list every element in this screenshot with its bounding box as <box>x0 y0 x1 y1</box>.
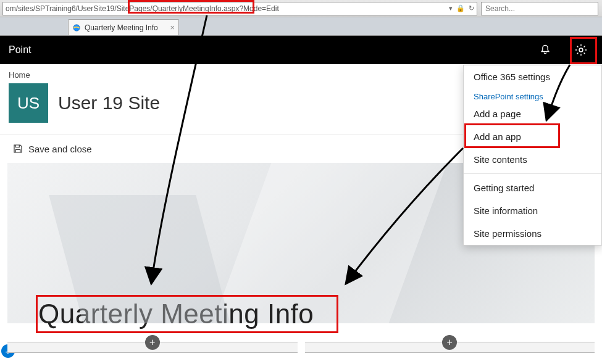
menu-header-sharepoint-settings[interactable]: SharePoint settings <box>464 88 601 102</box>
menu-item-site-permissions[interactable]: Site permissions <box>464 222 601 245</box>
address-bar-wrap: om/sites/SPTraining6/UserSite19/SitePage… <box>0 2 477 15</box>
page-title-area[interactable]: Quarterly Meeting Info <box>38 299 314 329</box>
svg-point-2 <box>579 48 583 52</box>
settings-button[interactable] <box>569 38 593 62</box>
suite-bar-right <box>533 38 593 62</box>
breadcrumb-home[interactable]: Home <box>9 70 30 80</box>
settings-menu: Office 365 settings SharePoint settings … <box>463 65 602 246</box>
lock-icon: 🔒 <box>456 4 465 12</box>
browser-tab-active[interactable]: Quarterly Meeting Info × <box>68 19 179 35</box>
url-text: om/sites/SPTraining6/UserSite19/SitePage… <box>6 4 279 13</box>
bell-icon <box>539 44 551 56</box>
menu-item-add-app[interactable]: Add an app <box>464 125 601 148</box>
address-bar-right: ▾ 🔒 ↻ <box>449 4 474 12</box>
save-and-close-button[interactable]: Save and close <box>28 144 92 154</box>
ie-icon <box>72 23 81 32</box>
browser-search-input[interactable]: Search... <box>481 2 598 15</box>
section-column-2[interactable]: + <box>305 342 595 353</box>
tab-title: Quarterly Meeting Info <box>85 23 158 32</box>
site-title: User 19 Site <box>58 93 160 114</box>
menu-item-getting-started[interactable]: Getting started <box>464 176 601 199</box>
site-logo-initials: US <box>17 94 40 113</box>
page-title[interactable]: Quarterly Meeting Info <box>38 299 314 329</box>
browser-tab-strip: Quarterly Meeting Info × <box>0 17 602 36</box>
address-bar[interactable]: om/sites/SPTraining6/UserSite19/SitePage… <box>2 2 477 15</box>
notifications-button[interactable] <box>533 38 558 62</box>
search-placeholder: Search... <box>485 4 515 13</box>
gear-icon <box>574 43 588 57</box>
menu-separator <box>464 173 601 174</box>
browser-chrome-top: om/sites/SPTraining6/UserSite19/SitePage… <box>0 0 602 17</box>
menu-item-site-information[interactable]: Site information <box>464 199 601 222</box>
add-webpart-button-2[interactable]: + <box>442 335 457 350</box>
page-sections: + + <box>7 342 595 353</box>
dropdown-icon[interactable]: ▾ <box>449 4 453 12</box>
menu-item-add-page[interactable]: Add a page <box>464 102 601 125</box>
close-icon[interactable]: × <box>170 23 175 32</box>
save-icon <box>12 143 23 154</box>
refresh-icon[interactable]: ↻ <box>469 4 474 12</box>
sharepoint-suite-bar: Point <box>0 36 602 64</box>
site-logo[interactable]: US <box>9 83 48 123</box>
section-column-1[interactable]: + <box>7 342 298 353</box>
sharepoint-brand: Point <box>9 44 31 56</box>
add-webpart-button-1[interactable]: + <box>145 335 160 350</box>
menu-item-site-contents[interactable]: Site contents <box>464 148 601 171</box>
menu-item-o365-settings[interactable]: Office 365 settings <box>464 65 601 88</box>
